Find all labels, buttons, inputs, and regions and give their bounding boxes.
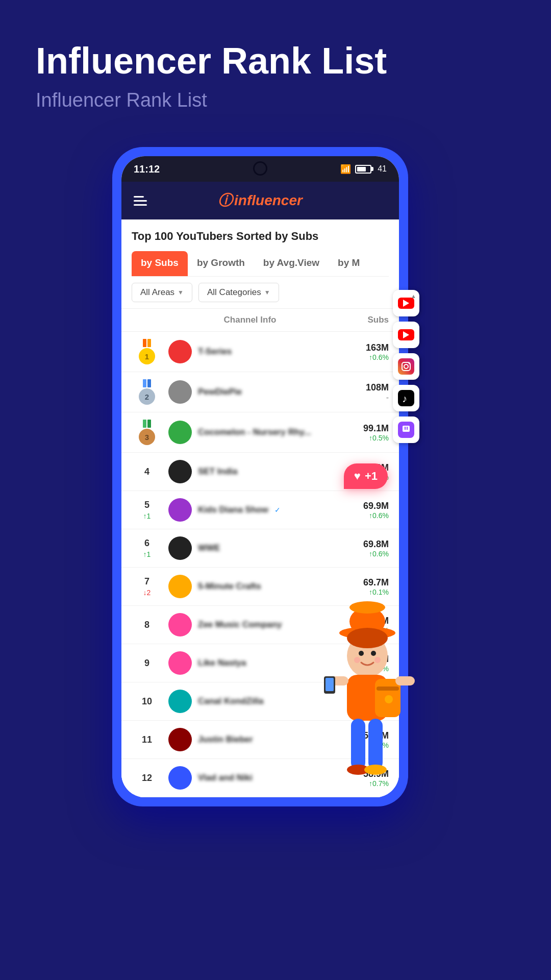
channel-name: Kids Diana Show: [198, 505, 268, 515]
battery-label: 41: [378, 164, 387, 174]
svg-rect-9: [407, 427, 408, 430]
youtube-logo-2: [398, 329, 414, 340]
twitch-logo: [398, 422, 414, 438]
rank-cell: 7↓2: [132, 576, 162, 597]
channel-avatar: [168, 460, 192, 483]
tab-by-growth[interactable]: by Growth: [188, 251, 254, 276]
svg-rect-32: [325, 678, 334, 691]
table-row[interactable]: 5↑1Kids Diana Show✓69.9M↑0.6%: [121, 491, 399, 529]
subs-count: 69.8M: [338, 539, 389, 550]
rank-cell: 8: [132, 620, 162, 630]
subs-count: 108M: [338, 382, 389, 393]
filter-areas-label: All Areas: [140, 287, 174, 298]
phone-notch: [253, 161, 267, 176]
medal-silver: 2: [136, 379, 158, 405]
rank-change: ↑1: [143, 550, 151, 558]
rank-change: ↓2: [143, 589, 151, 597]
channel-name: Vlad and Niki: [198, 773, 253, 783]
subs-col-header: Subs: [338, 315, 389, 325]
channel-cell: SET India: [168, 460, 332, 483]
platform-youtube-icon[interactable]: ▲: [393, 290, 419, 316]
page-subtitle: Influencer Rank List: [36, 89, 515, 111]
svg-rect-8: [405, 427, 406, 430]
tab-by-m[interactable]: by M: [329, 251, 369, 276]
svg-rect-0: [398, 358, 414, 375]
status-bar: 11:12 📶 41: [121, 156, 399, 182]
subs-cell: 69.9M↑0.6%: [338, 501, 389, 520]
rank-number: 11: [142, 734, 152, 745]
status-icons: 📶 41: [340, 164, 387, 175]
tab-by-avg-view[interactable]: by Avg.View: [254, 251, 329, 276]
platform-sidebar: ▲: [393, 290, 419, 443]
channel-avatar: [168, 613, 192, 636]
medal-gold: 1: [136, 339, 158, 364]
platform-twitch-icon[interactable]: [393, 416, 419, 443]
app-navbar: ⓘ influencer: [121, 182, 399, 219]
filter-areas[interactable]: All Areas ▼: [132, 283, 192, 302]
chevron-down-icon: ▼: [178, 289, 184, 296]
rank-number: 8: [144, 620, 149, 630]
rank-cell: 4: [132, 467, 162, 477]
table-row[interactable]: 6↑1WWE69.8M↑0.6%: [121, 529, 399, 568]
subs-count: 99.1M: [338, 423, 389, 434]
svg-point-16: [347, 628, 388, 648]
verified-badge: ✓: [274, 506, 281, 514]
channel-cell: PewDiePie: [168, 380, 332, 404]
rank-cell: 12: [132, 773, 162, 783]
svg-point-13: [349, 601, 385, 614]
rank-number: 12: [142, 773, 152, 783]
rank-change: ↑1: [143, 512, 151, 520]
page-title: Influencer Rank List: [36, 41, 515, 81]
subs-count: 163M: [338, 342, 389, 353]
rank-number: 5: [144, 500, 149, 510]
channel-cell: Kids Diana Show✓: [168, 498, 332, 522]
svg-point-28: [371, 651, 376, 656]
platform-youtube2-icon[interactable]: [393, 322, 419, 348]
platform-instagram-icon[interactable]: [393, 353, 419, 380]
rank-cell: 9: [132, 658, 162, 669]
logo-text: influencer: [234, 192, 303, 209]
platform-tiktok-icon[interactable]: ♪: [393, 385, 419, 411]
channel-name: 5-Minute Crafts: [198, 581, 261, 592]
rank-number: 7: [144, 576, 149, 587]
rank-cell: 2: [132, 379, 162, 405]
subs-growth: ↑0.6%: [338, 550, 389, 558]
channel-cell: Cocomelon - Nursery Rhy...: [168, 421, 332, 444]
medal-bronze: 3: [136, 420, 158, 445]
youtube-logo: [398, 298, 414, 309]
svg-point-29: [354, 657, 360, 663]
logo-icon: ⓘ: [218, 191, 232, 210]
subs-cell: 163M↑0.6%: [338, 342, 389, 361]
rank-number: 10: [142, 696, 152, 707]
svg-point-20: [385, 695, 393, 703]
subs-cell: 99.1M↑0.5%: [338, 423, 389, 442]
channel-name: PewDiePie: [198, 387, 242, 397]
channel-cell: T-Series: [168, 340, 332, 363]
channel-name: Cocomelon - Nursery Rhy...: [198, 427, 311, 437]
channel-avatar: [168, 536, 192, 560]
channel-avatar: [168, 421, 192, 444]
battery-icon: [355, 165, 371, 174]
hamburger-menu[interactable]: [134, 196, 147, 206]
subs-count: 69.9M: [338, 501, 389, 511]
table-row[interactable]: 1 T-Series163M↑0.6%: [121, 332, 399, 372]
rank-cell: 11: [132, 734, 162, 745]
filter-categories[interactable]: All Categories ▼: [198, 283, 279, 302]
table-row[interactable]: 3 Cocomelon - Nursery Rhy...99.1M↑0.5%: [121, 412, 399, 453]
tab-by-subs[interactable]: by Subs: [132, 251, 188, 276]
like-bubble: ♥ +1: [344, 463, 388, 489]
rank-cell: 6↑1: [132, 538, 162, 558]
page-container: Influencer Rank List Influencer Rank Lis…: [0, 0, 551, 806]
character-svg: [296, 577, 439, 791]
section-title: Top 100 YouTubers Sorted by Subs: [132, 230, 389, 243]
table-row[interactable]: 2 PewDiePie108M-: [121, 372, 399, 412]
channel-avatar: [168, 380, 192, 404]
channel-name: Canal KondZilla: [198, 696, 263, 706]
channel-col-header: Channel Info: [162, 315, 338, 325]
filter-categories-label: All Categories: [207, 287, 261, 298]
channel-name: WWE: [198, 543, 220, 553]
tabs-row: by Subs by Growth by Avg.View by M: [132, 251, 389, 277]
rank-number: 6: [144, 538, 149, 549]
rank-number: 4: [144, 467, 149, 477]
channel-avatar: [168, 340, 192, 363]
